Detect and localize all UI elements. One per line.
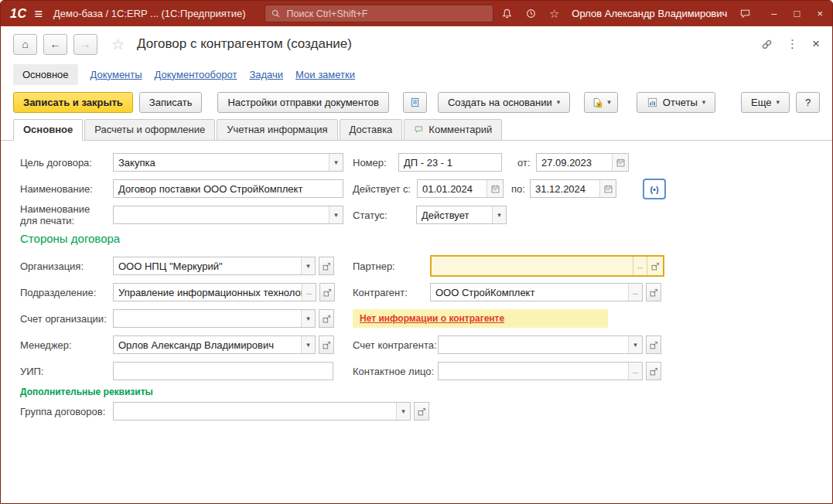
- nav-item-dokumentooborot[interactable]: Документооборот: [155, 69, 237, 80]
- organization-dropdown-button[interactable]: ▾: [301, 257, 315, 274]
- caret-down-icon: ▾: [557, 99, 561, 106]
- tab-dostavka[interactable]: Доставка: [340, 119, 403, 141]
- global-search[interactable]: [265, 5, 493, 22]
- contract-name-input[interactable]: Договор поставки ООО СтройКомплект: [113, 179, 343, 198]
- app-title: Демо-база / 1С:ERP ... (1С:Предприятие): [53, 8, 246, 19]
- contract-group-open-button[interactable]: [414, 402, 429, 421]
- goal-select[interactable]: Закупка ▾: [113, 153, 343, 172]
- notifications-bell-icon[interactable]: [501, 8, 513, 19]
- additional-attributes-title: Дополнительные реквизиты: [20, 387, 153, 397]
- cp-account-open-button[interactable]: [646, 335, 661, 354]
- main-menu-icon[interactable]: ≡: [34, 7, 43, 21]
- valid-to-input[interactable]: 31.12.2024: [530, 179, 616, 198]
- close-app-button[interactable]: ×: [817, 8, 823, 19]
- back-button[interactable]: ←: [43, 34, 67, 55]
- division-open-button[interactable]: [319, 283, 335, 301]
- contact-person-open-button[interactable]: [646, 362, 661, 380]
- division-value: Управление информационных технологи: [114, 287, 302, 298]
- current-user[interactable]: Орлов Александр Владимирович: [572, 8, 727, 19]
- partner-select-button[interactable]: ...: [633, 257, 647, 275]
- period-history-button[interactable]: (•): [643, 179, 666, 199]
- save-and-close-button[interactable]: Записать и закрыть: [13, 92, 133, 113]
- maximize-button[interactable]: □: [794, 8, 801, 19]
- contract-name-label: Наименование:: [20, 179, 93, 199]
- home-button[interactable]: ⌂: [13, 34, 37, 55]
- more-button[interactable]: Еще ▾: [741, 92, 790, 113]
- document-structure-button[interactable]: [403, 92, 427, 113]
- open-icon: [649, 340, 659, 350]
- organization-open-button[interactable]: [319, 257, 334, 275]
- print-name-dropdown-button[interactable]: ▾: [329, 206, 343, 223]
- contact-person-field[interactable]: ...: [438, 362, 643, 380]
- page-title: Договор с контрагентом (создание): [137, 36, 352, 52]
- contact-person-select-button[interactable]: ...: [628, 363, 642, 380]
- reports-button[interactable]: Отчеты ▾: [637, 92, 715, 113]
- cp-account-label: Счет контрагента:: [353, 335, 437, 356]
- goal-dropdown-button[interactable]: ▾: [329, 154, 343, 171]
- org-account-open-button[interactable]: [319, 309, 334, 328]
- valid-from-input[interactable]: 01.01.2024: [417, 179, 504, 198]
- search-input[interactable]: [285, 8, 487, 20]
- counterparty-field[interactable]: ООО СтройКомплект ...: [430, 283, 643, 301]
- organization-select[interactable]: ООО НПЦ "Меркурий" ▾: [113, 257, 316, 275]
- close-form-button[interactable]: ×: [812, 36, 820, 52]
- create-based-on-label: Создать на основании: [448, 97, 552, 108]
- counterparty-select-button[interactable]: ...: [628, 284, 642, 301]
- status-select[interactable]: Действует ▾: [416, 206, 507, 224]
- status-dropdown-button[interactable]: ▾: [492, 206, 506, 223]
- cp-account-select[interactable]: ▾: [438, 335, 643, 354]
- calendar-icon: [616, 158, 626, 168]
- nav-item-osnovnoe[interactable]: Основное: [13, 64, 78, 85]
- tab-raschety-i-oformlenie[interactable]: Расчеты и оформление: [84, 119, 215, 141]
- contract-group-select[interactable]: ▾: [113, 402, 411, 421]
- tab-uchetnaya-informatsiya[interactable]: Учетная информация: [217, 119, 337, 141]
- app-window: 1С ≡ Демо-база / 1С:ERP ... (1С:Предприя…: [0, 0, 833, 504]
- manager-dropdown-button[interactable]: ▾: [301, 336, 315, 353]
- tab-kommentariy[interactable]: Комментарий: [404, 119, 502, 141]
- help-button[interactable]: ?: [796, 92, 820, 113]
- favorite-toggle-star-icon[interactable]: ☆: [111, 37, 125, 52]
- save-button[interactable]: Записать: [139, 92, 203, 113]
- cp-account-dropdown-button[interactable]: ▾: [628, 336, 642, 353]
- caret-down-icon: ▾: [776, 99, 780, 106]
- minimize-button[interactable]: –: [771, 8, 777, 19]
- counterparty-open-button[interactable]: [646, 283, 661, 301]
- manager-select[interactable]: Орлов Александр Владимирович ▾: [113, 335, 316, 354]
- division-field[interactable]: Управление информационных технологи ...: [113, 283, 316, 301]
- contract-group-dropdown-button[interactable]: ▾: [396, 403, 410, 420]
- attachments-button[interactable]: ▾: [584, 92, 618, 113]
- create-based-on-button[interactable]: Создать на основании ▾: [438, 92, 570, 113]
- no-counterparty-info-link[interactable]: Нет информации о контрагенте: [360, 313, 504, 324]
- forward-button[interactable]: →: [73, 34, 97, 55]
- discussions-icon[interactable]: [739, 8, 751, 19]
- nav-item-zadachi[interactable]: Задачи: [249, 69, 283, 80]
- contract-group-label: Группа договоров:: [20, 402, 105, 422]
- partner-field[interactable]: ...: [430, 255, 664, 277]
- date-from-input[interactable]: 27.09.2023: [536, 153, 629, 172]
- link-icon[interactable]: [761, 39, 773, 50]
- tab-osnovnoe[interactable]: Основное: [13, 119, 83, 141]
- uip-label: УИП:: [20, 362, 44, 382]
- nav-item-dokumenty[interactable]: Документы: [90, 69, 142, 80]
- favorites-star-icon[interactable]: ☆: [549, 8, 559, 19]
- kebab-menu-icon[interactable]: ⋮: [787, 37, 798, 51]
- division-select-button[interactable]: ...: [302, 284, 316, 301]
- reports-label: Отчеты: [663, 97, 698, 108]
- valid-from-calendar-button[interactable]: [486, 180, 503, 197]
- contract-name-value: Договор поставки ООО СтройКомплект: [114, 183, 343, 195]
- history-icon[interactable]: [525, 8, 537, 19]
- valid-to-calendar-button[interactable]: [599, 180, 616, 197]
- partner-open-button[interactable]: [647, 257, 663, 275]
- nav-item-moi-zametki[interactable]: Мои заметки: [295, 69, 355, 80]
- date-from-calendar-button[interactable]: [612, 154, 628, 171]
- number-input[interactable]: ДП - 23 - 1: [398, 153, 502, 172]
- print-name-select[interactable]: ▾: [113, 206, 343, 224]
- manager-open-button[interactable]: [319, 335, 334, 354]
- counterparty-label: Контрагент:: [353, 283, 408, 303]
- send-settings-button[interactable]: Настройки отправки документов: [217, 92, 389, 113]
- valid-to-label: по:: [511, 179, 525, 199]
- org-account-select[interactable]: ▾: [113, 309, 316, 328]
- org-account-dropdown-button[interactable]: ▾: [301, 310, 315, 327]
- titlebar-actions: ☆ Орлов Александр Владимирович – □ ×: [501, 8, 823, 19]
- uip-input[interactable]: [113, 362, 333, 380]
